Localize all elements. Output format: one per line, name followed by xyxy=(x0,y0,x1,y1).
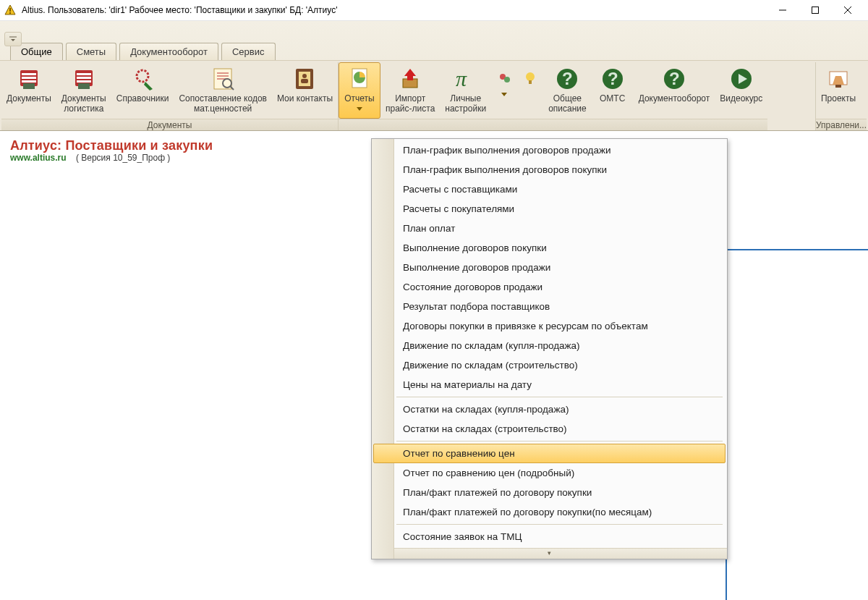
svg-point-39 xyxy=(526,72,535,81)
sopost-button[interactable]: Сопоставление кодов мат.ценностей xyxy=(174,62,272,119)
product-version: ( Версия 10_59_Проф ) xyxy=(76,153,170,163)
svg-rect-13 xyxy=(23,83,35,89)
dd-item-plan-sales[interactable]: План-график выполнения договоров продажи xyxy=(395,140,726,160)
ribbon-group-documents: Документы Документы логистика Справочник… xyxy=(1,62,339,130)
svg-rect-15 xyxy=(77,73,91,75)
dd-item-suppliers-result[interactable]: Результат подбора поставщиков xyxy=(395,297,726,316)
product-site: www.altius.ru xyxy=(10,153,67,163)
documents-button[interactable]: Документы xyxy=(1,62,56,119)
svg-rect-16 xyxy=(77,77,91,79)
video-label: Видеокурс xyxy=(720,93,762,103)
sopost-icon xyxy=(210,66,236,92)
help-icon: ? xyxy=(661,66,687,92)
svg-rect-12 xyxy=(22,80,36,83)
general-desc-button[interactable]: ? Общее описание xyxy=(543,62,592,119)
maximize-button[interactable] xyxy=(799,0,831,20)
svg-line-5 xyxy=(844,7,851,14)
bulb-icon xyxy=(522,70,538,86)
svg-rect-4 xyxy=(812,7,818,14)
svg-rect-10 xyxy=(22,73,36,75)
ribbon-group-middle-label xyxy=(339,119,767,130)
dd-item-price-compare-detailed[interactable]: Отчет по сравнению цен (подробный) xyxy=(395,463,726,483)
documents-logistics-button[interactable]: Документы логистика xyxy=(56,62,111,119)
ribbon-group-documents-label: Документы xyxy=(1,119,338,130)
window-title: Altius. Пользователь: 'dir1' Рабочее мес… xyxy=(22,5,766,15)
svg-rect-51 xyxy=(835,85,841,88)
quick-access-dropdown[interactable] xyxy=(4,32,22,46)
help-icon: ? xyxy=(554,66,580,92)
svg-rect-1 xyxy=(9,8,11,12)
svg-point-37 xyxy=(504,77,510,83)
personal-label: Личные настройки xyxy=(445,93,486,114)
settings-small-button[interactable] xyxy=(491,62,517,119)
dd-item-prices-date[interactable]: Цены на материалы на дату xyxy=(395,375,726,394)
dd-item-price-compare[interactable]: Отчет по сравнению цен xyxy=(373,444,726,463)
dd-item-exec-sales[interactable]: Выполнение договоров продажи xyxy=(395,258,726,277)
docflow-label: Документооборот xyxy=(639,93,710,103)
refs-icon xyxy=(129,66,156,92)
svg-point-19 xyxy=(137,70,148,82)
ribbon-content: Документы Документы логистика Справочник… xyxy=(0,60,868,130)
contacts-icon xyxy=(292,66,318,92)
tab-service[interactable]: Сервис xyxy=(221,43,276,60)
reports-button[interactable]: Отчеты xyxy=(339,62,380,119)
dd-item-tmc-state[interactable]: Состояние заявок на ТМЦ xyxy=(395,527,726,546)
bulb-button[interactable] xyxy=(517,62,543,119)
sopost-label: Сопоставление кодов мат.ценностей xyxy=(179,93,267,114)
svg-marker-20 xyxy=(144,82,153,90)
chevron-down-icon xyxy=(501,88,507,98)
svg-marker-32 xyxy=(357,107,362,111)
dd-item-payment-plan[interactable]: План оплат xyxy=(395,219,726,238)
documents-label: Документы xyxy=(7,93,51,103)
dd-item-stock-build[interactable]: Движение по складам (строительство) xyxy=(395,355,726,375)
dd-item-balance-build[interactable]: Остатки на складах (строительство) xyxy=(395,419,726,439)
svg-marker-38 xyxy=(501,93,507,96)
video-button[interactable]: Видеокурс xyxy=(715,62,767,119)
dropdown-scroll-indicator[interactable]: ▾ xyxy=(372,548,727,559)
settings-small-icon xyxy=(496,70,512,86)
pi-icon: π xyxy=(453,66,479,92)
ribbon-group-manage-label: Управлени... xyxy=(816,119,867,130)
dd-item-contracts-resources[interactable]: Договоры покупки в привязке к ресурсам п… xyxy=(395,316,726,336)
dd-item-stock-trade[interactable]: Движение по складам (купля-продажа) xyxy=(395,336,726,355)
omts-button[interactable]: ? ОМТС xyxy=(592,62,634,119)
dropdown-separator xyxy=(396,397,723,397)
dd-item-settle-suppliers[interactable]: Расчеты с поставщиками xyxy=(395,179,726,199)
projects-button[interactable]: Проекты xyxy=(816,62,861,119)
reports-dropdown: План-график выполнения договоров продажи… xyxy=(371,138,728,559)
dd-item-state-sales[interactable]: Состояние договоров продажи xyxy=(395,277,726,297)
omts-label: ОМТС xyxy=(600,93,625,103)
personal-button[interactable]: π Личные настройки xyxy=(440,62,491,119)
svg-rect-17 xyxy=(77,80,91,83)
ribbon-group-manage: Проекты Управлени... xyxy=(815,62,867,130)
ribbon: Общие Сметы Документооборот Сервис Докум… xyxy=(0,21,868,131)
contacts-button[interactable]: Мои контакты xyxy=(272,62,338,119)
import-label: Импорт прайс-листа xyxy=(386,93,435,114)
tab-estimates[interactable]: Сметы xyxy=(66,43,116,60)
reports-icon xyxy=(346,66,373,92)
docked-panel[interactable] xyxy=(726,249,868,600)
import-button[interactable]: Импорт прайс-листа xyxy=(380,62,440,119)
refs-button[interactable]: Справочники xyxy=(111,62,174,119)
dd-item-planfact-purchase-month[interactable]: План/факт платежей по договору покупки(п… xyxy=(395,502,726,522)
help-icon: ? xyxy=(600,66,626,92)
refs-label: Справочники xyxy=(116,93,169,103)
close-button[interactable] xyxy=(831,0,864,20)
documents-logistics-icon xyxy=(71,66,97,92)
dd-item-settle-buyers[interactable]: Расчеты с покупателями xyxy=(395,199,726,219)
projects-icon xyxy=(825,66,851,92)
svg-rect-40 xyxy=(529,80,532,84)
minimize-button[interactable] xyxy=(766,0,799,20)
docflow-button[interactable]: ? Документооборот xyxy=(634,62,715,119)
title-bar: Altius. Пользователь: 'dir1' Рабочее мес… xyxy=(0,0,868,21)
dd-item-balance-trade[interactable]: Остатки на складах (купля-продажа) xyxy=(395,400,726,419)
dd-item-exec-purchase[interactable]: Выполнение договоров покупки xyxy=(395,238,726,258)
tab-docflow[interactable]: Документооборот xyxy=(119,43,218,60)
dropdown-separator xyxy=(396,524,723,525)
app-icon xyxy=(4,4,16,16)
documents-icon xyxy=(16,66,42,92)
projects-label: Проекты xyxy=(821,93,856,103)
dd-item-plan-purchase[interactable]: План-график выполнения договоров покупки xyxy=(395,160,726,179)
general-desc-label: Общее описание xyxy=(548,93,587,114)
dd-item-planfact-purchase[interactable]: План/факт платежей по договору покупки xyxy=(395,483,726,502)
